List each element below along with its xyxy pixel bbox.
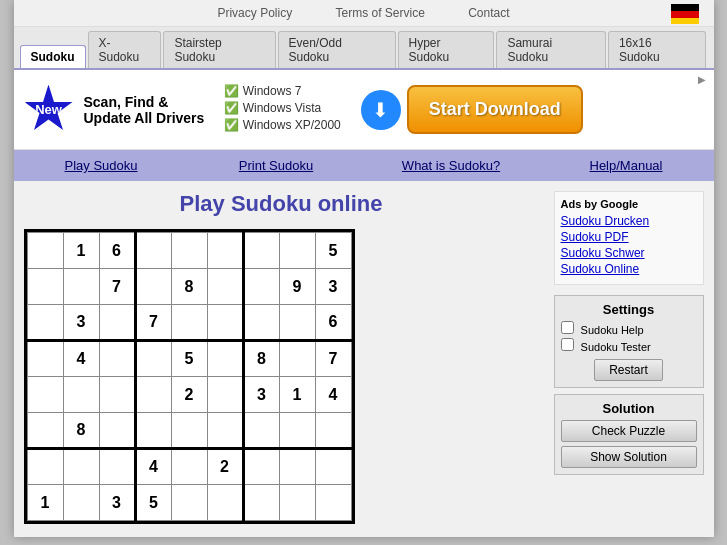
- sudoku-cell-5-1[interactable]: 8: [63, 413, 99, 449]
- sudoku-cell-0-5[interactable]: [207, 233, 243, 269]
- ad-label: ▶: [698, 74, 706, 85]
- sudoku-cell-2-7[interactable]: [279, 305, 315, 341]
- nav-help-manual[interactable]: Help/Manual: [539, 150, 714, 181]
- tab-stairstep-sudoku[interactable]: Stairstep Sudoku: [163, 31, 275, 68]
- sudoku-cell-7-6[interactable]: [243, 485, 279, 521]
- sudoku-cell-4-2[interactable]: [99, 377, 135, 413]
- ad-feature-3: Windows XP/2000: [224, 118, 340, 132]
- settings-title: Settings: [561, 302, 697, 317]
- privacy-policy-link[interactable]: Privacy Policy: [217, 6, 292, 20]
- sudoku-cell-6-4[interactable]: [171, 449, 207, 485]
- sudoku-cell-0-1[interactable]: 1: [63, 233, 99, 269]
- sudoku-cell-6-0[interactable]: [27, 449, 63, 485]
- sudoku-cell-1-5[interactable]: [207, 269, 243, 305]
- sudoku-cell-7-1[interactable]: [63, 485, 99, 521]
- sudoku-cell-3-7[interactable]: [279, 341, 315, 377]
- sudoku-cell-0-2[interactable]: 6: [99, 233, 135, 269]
- sudoku-cell-6-3[interactable]: 4: [135, 449, 171, 485]
- sudoku-cell-7-7[interactable]: [279, 485, 315, 521]
- sudoku-cell-2-6[interactable]: [243, 305, 279, 341]
- tab-evenodd-sudoku[interactable]: Even/Odd Sudoku: [278, 31, 396, 68]
- ad-link-4[interactable]: Sudoku Online: [561, 262, 697, 276]
- tab-x-sudoku[interactable]: X-Sudoku: [88, 31, 162, 68]
- sudoku-cell-3-3[interactable]: [135, 341, 171, 377]
- sudoku-cell-5-4[interactable]: [171, 413, 207, 449]
- sudoku-tester-checkbox[interactable]: [561, 338, 574, 351]
- sudoku-cell-5-2[interactable]: [99, 413, 135, 449]
- sudoku-cell-7-2[interactable]: 3: [99, 485, 135, 521]
- nav-play-sudoku[interactable]: Play Sudoku: [14, 150, 189, 181]
- sudoku-cell-2-5[interactable]: [207, 305, 243, 341]
- sudoku-help-checkbox[interactable]: [561, 321, 574, 334]
- sudoku-cell-6-6[interactable]: [243, 449, 279, 485]
- sudoku-cell-0-4[interactable]: [171, 233, 207, 269]
- sudoku-cell-3-6[interactable]: 8: [243, 341, 279, 377]
- sudoku-cell-2-2[interactable]: [99, 305, 135, 341]
- sudoku-cell-7-3[interactable]: 5: [135, 485, 171, 521]
- sudoku-cell-1-1[interactable]: [63, 269, 99, 305]
- sudoku-cell-0-6[interactable]: [243, 233, 279, 269]
- sudoku-cell-6-7[interactable]: [279, 449, 315, 485]
- nav-what-is-sudoku[interactable]: What is Sudoku?: [364, 150, 539, 181]
- sudoku-cell-1-0[interactable]: [27, 269, 63, 305]
- sudoku-cell-3-8[interactable]: 7: [315, 341, 351, 377]
- sudoku-cell-4-3[interactable]: [135, 377, 171, 413]
- sudoku-cell-3-5[interactable]: [207, 341, 243, 377]
- sudoku-cell-3-1[interactable]: 4: [63, 341, 99, 377]
- sudoku-cell-2-8[interactable]: 6: [315, 305, 351, 341]
- sudoku-cell-5-6[interactable]: [243, 413, 279, 449]
- main-content: Play Sudoku online 165789337645872314842…: [14, 181, 714, 537]
- sudoku-cell-2-0[interactable]: [27, 305, 63, 341]
- sudoku-cell-0-0[interactable]: [27, 233, 63, 269]
- sudoku-cell-5-8[interactable]: [315, 413, 351, 449]
- sudoku-cell-0-8[interactable]: 5: [315, 233, 351, 269]
- ad-link-3[interactable]: Sudoku Schwer: [561, 246, 697, 260]
- sudoku-cell-4-6[interactable]: 3: [243, 377, 279, 413]
- sudoku-cell-5-7[interactable]: [279, 413, 315, 449]
- sudoku-cell-2-1[interactable]: 3: [63, 305, 99, 341]
- sudoku-cell-4-7[interactable]: 1: [279, 377, 315, 413]
- nav-print-sudoku[interactable]: Print Sudoku: [189, 150, 364, 181]
- sudoku-cell-2-4[interactable]: [171, 305, 207, 341]
- sudoku-cell-3-0[interactable]: [27, 341, 63, 377]
- sudoku-cell-6-5[interactable]: 2: [207, 449, 243, 485]
- sudoku-cell-5-3[interactable]: [135, 413, 171, 449]
- ad-link-1[interactable]: Sudoku Drucken: [561, 214, 697, 228]
- sudoku-cell-0-3[interactable]: [135, 233, 171, 269]
- sudoku-cell-5-5[interactable]: [207, 413, 243, 449]
- sudoku-cell-4-4[interactable]: 2: [171, 377, 207, 413]
- sudoku-cell-1-8[interactable]: 3: [315, 269, 351, 305]
- sudoku-cell-7-8[interactable]: [315, 485, 351, 521]
- sudoku-cell-0-7[interactable]: [279, 233, 315, 269]
- ad-link-2[interactable]: Sudoku PDF: [561, 230, 697, 244]
- sudoku-cell-3-4[interactable]: 5: [171, 341, 207, 377]
- tab-16x16-sudoku[interactable]: 16x16 Sudoku: [608, 31, 706, 68]
- terms-of-service-link[interactable]: Terms of Service: [335, 6, 424, 20]
- show-solution-button[interactable]: Show Solution: [561, 446, 697, 468]
- restart-button[interactable]: Restart: [594, 359, 663, 381]
- sudoku-cell-1-2[interactable]: 7: [99, 269, 135, 305]
- sudoku-cell-5-0[interactable]: [27, 413, 63, 449]
- tab-samurai-sudoku[interactable]: Samurai Sudoku: [496, 31, 605, 68]
- tab-hyper-sudoku[interactable]: Hyper Sudoku: [398, 31, 495, 68]
- sudoku-cell-7-5[interactable]: [207, 485, 243, 521]
- check-puzzle-button[interactable]: Check Puzzle: [561, 420, 697, 442]
- sudoku-cell-7-0[interactable]: 1: [27, 485, 63, 521]
- start-download-button[interactable]: Start Download: [407, 85, 583, 134]
- sudoku-cell-1-3[interactable]: [135, 269, 171, 305]
- sudoku-cell-2-3[interactable]: 7: [135, 305, 171, 341]
- sudoku-cell-6-1[interactable]: [63, 449, 99, 485]
- sudoku-cell-6-2[interactable]: [99, 449, 135, 485]
- sudoku-cell-4-1[interactable]: [63, 377, 99, 413]
- sudoku-cell-4-0[interactable]: [27, 377, 63, 413]
- sudoku-cell-1-4[interactable]: 8: [171, 269, 207, 305]
- sudoku-cell-4-5[interactable]: [207, 377, 243, 413]
- sudoku-cell-7-4[interactable]: [171, 485, 207, 521]
- tab-sudoku[interactable]: Sudoku: [20, 45, 86, 68]
- sudoku-cell-4-8[interactable]: 4: [315, 377, 351, 413]
- sudoku-cell-3-2[interactable]: [99, 341, 135, 377]
- contact-link[interactable]: Contact: [468, 6, 509, 20]
- sudoku-cell-1-7[interactable]: 9: [279, 269, 315, 305]
- sudoku-cell-1-6[interactable]: [243, 269, 279, 305]
- sudoku-cell-6-8[interactable]: [315, 449, 351, 485]
